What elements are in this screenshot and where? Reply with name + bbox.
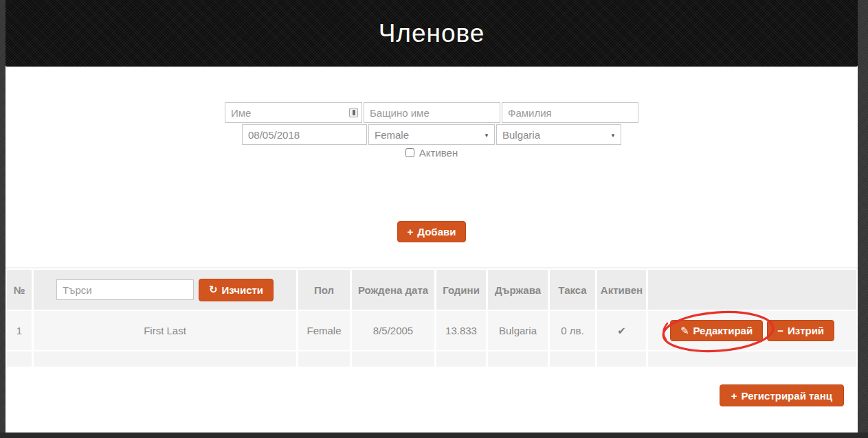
row-name: First Last (34, 311, 296, 350)
gender-select[interactable]: Female ▼ (368, 124, 495, 145)
row-number: 1 (7, 311, 32, 350)
footer-actions: + Регистрирай танц (5, 384, 858, 406)
page-title: Членове (379, 19, 485, 48)
header-country: Държава (488, 270, 548, 310)
row-country: Bulgaria (488, 311, 548, 350)
header-number: № (7, 270, 32, 310)
delete-member-button[interactable]: − Изтрий (767, 320, 834, 341)
add-member-button-label: Добави (417, 226, 456, 238)
autofill-icon[interactable] (349, 108, 358, 117)
clear-search-button[interactable]: ↻ Изчисти (199, 279, 274, 301)
row-gender: Female (298, 311, 350, 350)
edit-member-button[interactable]: ✎ Редактирай (670, 320, 763, 341)
country-select-value: Bulgaria (502, 129, 540, 141)
bottom-background-strip (0, 433, 868, 438)
table-empty-row (7, 351, 856, 367)
middle-name-input[interactable] (364, 102, 500, 123)
row-active-cell: ✔ (597, 311, 646, 350)
delete-member-button-label: Изтрий (788, 325, 824, 336)
gender-select-value: Female (375, 129, 409, 141)
members-page: Членове Female ▼ Bulgaria (5, 0, 858, 433)
header-age: Години (436, 270, 486, 310)
register-dance-button[interactable]: + Регистрирай танц (720, 384, 844, 406)
row-fee: 0 лв. (550, 311, 595, 350)
first-name-input[interactable] (225, 102, 362, 123)
header-search-cell: ↻ Изчисти (34, 270, 296, 310)
plus-icon: + (408, 226, 414, 238)
row-birth-date: 8/5/2005 (352, 311, 434, 350)
header-active: Активен (597, 270, 646, 310)
chevron-down-icon: ▼ (610, 132, 616, 139)
edit-member-button-label: Редактирай (693, 325, 753, 336)
table-row: 1 First Last Female 8/5/2005 13.833 Bulg… (7, 311, 856, 350)
header-fee: Такса (550, 270, 595, 310)
active-checkbox[interactable] (405, 148, 414, 157)
add-button-row: + Добави (5, 221, 858, 242)
plus-icon: + (731, 390, 737, 402)
check-icon: ✔ (617, 325, 626, 337)
pencil-icon: ✎ (680, 325, 689, 337)
active-checkbox-label: Активен (419, 147, 458, 159)
name-fields-row (5, 102, 858, 123)
page-header-band: Членове (5, 0, 858, 67)
family-name-input[interactable] (502, 102, 638, 123)
register-dance-button-label: Регистрирай танц (742, 390, 832, 402)
minus-icon: − (777, 325, 783, 336)
clear-search-button-label: Изчисти (222, 284, 264, 296)
search-input[interactable] (56, 279, 194, 300)
add-member-button[interactable]: + Добави (397, 221, 467, 242)
active-checkbox-row: Активен (5, 146, 858, 159)
row-age: 13.833 (436, 311, 486, 350)
birth-date-input[interactable] (242, 124, 367, 145)
header-gender: Пол (298, 270, 350, 310)
details-fields-row: Female ▼ Bulgaria ▼ (5, 124, 858, 145)
member-form: Female ▼ Bulgaria ▼ Активен + Добави (5, 67, 858, 242)
table-header-row: № ↻ Изчисти Пол Рождена дата Години Държ… (7, 270, 856, 310)
row-actions-cell: ✎ Редактирай − Изтрий (648, 311, 856, 350)
header-birth-date: Рождена дата (352, 270, 434, 310)
country-select[interactable]: Bulgaria ▼ (496, 124, 621, 145)
refresh-icon: ↻ (209, 284, 218, 296)
header-actions-cell (648, 270, 856, 310)
chevron-down-icon: ▼ (484, 132, 489, 139)
members-table: № ↻ Изчисти Пол Рождена дата Години Държ… (5, 267, 858, 367)
